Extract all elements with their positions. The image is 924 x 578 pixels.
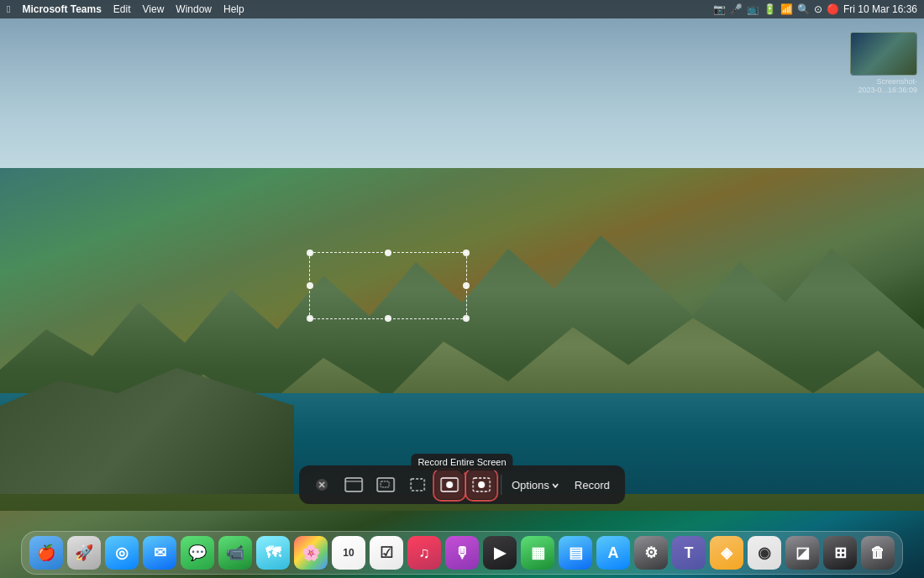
dock-icon-keynote: ▤ xyxy=(559,536,592,570)
dock-icon-facetime: 📹 xyxy=(218,536,252,570)
dock-item-finder[interactable]: 🍎 xyxy=(29,535,64,570)
dock-item-calendar[interactable]: 10 xyxy=(331,535,366,570)
dock-icon-calendar: 10 xyxy=(332,536,365,570)
handle-middle-left[interactable] xyxy=(307,282,313,289)
dock-icon-messages: 💬 xyxy=(181,536,214,570)
window-menu[interactable]: Window xyxy=(176,3,212,15)
mic-icon[interactable]: 🎤 xyxy=(730,3,743,15)
record-selection-icon xyxy=(472,476,491,493)
help-menu[interactable]: Help xyxy=(223,3,244,15)
dock-icon-photos: 🌸 xyxy=(294,536,328,570)
record-selection-button[interactable] xyxy=(467,470,496,499)
record-button[interactable]: Record xyxy=(568,476,617,495)
dock: 🍎🚀◎✉💬📹🗺🌸10☑♫🎙▶▦▤A⚙T◈◉◪⊞🗑 xyxy=(21,531,903,575)
svg-point-11 xyxy=(478,481,485,488)
chevron-down-icon xyxy=(551,481,559,490)
handle-bottom-right[interactable] xyxy=(463,315,470,322)
dock-icon-safari: ◎ xyxy=(105,536,139,570)
dock-item-appstore[interactable]: A xyxy=(596,535,631,570)
menu-bar-left:  Microsoft Teams Edit View Window Help xyxy=(7,3,244,15)
dock-icon-chrome: ◉ xyxy=(748,536,781,570)
wifi-icon[interactable]: 📶 xyxy=(780,3,793,15)
control-center-icon[interactable]: ⊙ xyxy=(814,3,822,15)
handle-top-center[interactable] xyxy=(385,250,391,256)
dock-item-keynote[interactable]: ▤ xyxy=(558,535,593,570)
dock-item-teams[interactable]: T xyxy=(671,535,706,570)
svg-rect-7 xyxy=(411,479,424,491)
capture-selection-icon xyxy=(409,477,426,492)
screenshot-label: Screenshot-2023-0...16:36:09 xyxy=(858,77,917,94)
dock-item-settings[interactable]: ⚙ xyxy=(633,535,669,570)
dock-item-messages[interactable]: 💬 xyxy=(180,535,215,570)
datetime: Fri 10 Mar 16:36 xyxy=(843,3,917,15)
dock-item-sketch[interactable]: ◈ xyxy=(709,535,744,570)
capture-entire-window-button[interactable] xyxy=(339,470,368,499)
dock-icon-music: ♫ xyxy=(407,536,441,570)
capture-portion-icon xyxy=(376,477,395,492)
dock-icon-finder: 🍎 xyxy=(29,536,63,570)
dock-icon-teams: T xyxy=(672,536,706,570)
record-entire-screen-icon xyxy=(440,476,459,493)
app-menu[interactable]: Microsoft Teams xyxy=(22,3,101,15)
dock-item-safari[interactable]: ◎ xyxy=(104,535,139,570)
handle-bottom-left[interactable] xyxy=(307,315,313,322)
svg-rect-5 xyxy=(377,478,394,491)
selection-rectangle[interactable] xyxy=(309,252,467,319)
dock-item-podcasts[interactable]: 🎙 xyxy=(444,535,480,570)
svg-point-9 xyxy=(446,481,453,488)
dock-item-grid[interactable]: ⊞ xyxy=(822,535,858,570)
handle-top-left[interactable] xyxy=(307,250,313,256)
dock-item-music[interactable]: ♫ xyxy=(407,535,442,570)
dock-item-numbers[interactable]: ▦ xyxy=(520,535,555,570)
dock-icon-appletv: ▶ xyxy=(483,536,517,570)
handle-middle-right[interactable] xyxy=(463,282,470,289)
dock-item-maps[interactable]: 🗺 xyxy=(255,535,291,570)
display-icon[interactable]: 📺 xyxy=(747,3,759,15)
status-icons: 📷 🎤 📺 🔋 📶 🔍 ⊙ 🔴 Fri 10 Mar 16:36 xyxy=(713,3,917,15)
options-button[interactable]: Options xyxy=(507,476,564,495)
menu-bar-right: 📷 🎤 📺 🔋 📶 🔍 ⊙ 🔴 Fri 10 Mar 16:36 xyxy=(713,3,917,15)
dock-icon-podcasts: 🎙 xyxy=(445,536,479,570)
svg-rect-3 xyxy=(345,478,362,491)
dock-icon-finder2: ◪ xyxy=(785,536,819,570)
dock-item-mail[interactable]: ✉ xyxy=(142,535,177,570)
menu-bar:  Microsoft Teams Edit View Window Help … xyxy=(0,0,924,18)
dock-icon-numbers: ▦ xyxy=(521,536,554,570)
dock-item-facetime[interactable]: 📹 xyxy=(218,535,253,570)
dock-icon-sketch: ◈ xyxy=(710,536,743,570)
toolbar-divider xyxy=(501,475,501,495)
dock-icon-launchpad: 🚀 xyxy=(67,536,101,570)
view-menu[interactable]: View xyxy=(143,3,165,15)
dock-icon-appstore: A xyxy=(596,536,630,570)
capture-selection-button[interactable] xyxy=(403,470,432,499)
options-label: Options xyxy=(512,479,549,491)
screenshot-thumbnail xyxy=(850,32,917,76)
dock-icon-maps: 🗺 xyxy=(256,536,290,570)
dock-item-finder2[interactable]: ◪ xyxy=(785,535,820,570)
dock-icon-mail: ✉ xyxy=(143,536,176,570)
search-icon[interactable]: 🔍 xyxy=(797,3,810,15)
dock-icon-trash: 🗑 xyxy=(861,536,895,570)
dock-item-launchpad[interactable]: 🚀 xyxy=(66,535,102,570)
edit-menu[interactable]: Edit xyxy=(113,3,131,15)
handle-top-right[interactable] xyxy=(463,250,470,256)
dock-icon-reminders: ☑ xyxy=(370,536,403,570)
siri-icon[interactable]: 🔴 xyxy=(827,3,839,15)
video-icon[interactable]: 📷 xyxy=(713,3,726,15)
close-icon xyxy=(315,478,328,491)
handle-bottom-center[interactable] xyxy=(385,315,391,322)
dock-icon-settings: ⚙ xyxy=(634,536,668,570)
sky-layer xyxy=(0,0,924,168)
apple-menu[interactable]:  xyxy=(7,3,10,15)
dock-item-trash[interactable]: 🗑 xyxy=(860,535,895,570)
battery-icon[interactable]: 🔋 xyxy=(764,3,776,15)
dock-item-reminders[interactable]: ☑ xyxy=(369,535,404,570)
dock-item-chrome[interactable]: ◉ xyxy=(747,535,782,570)
dock-item-appletv[interactable]: ▶ xyxy=(482,535,517,570)
svg-rect-6 xyxy=(381,481,389,487)
close-button[interactable] xyxy=(307,470,336,499)
toolbar-tooltip: Record Entire Screen xyxy=(411,454,512,470)
dock-item-photos[interactable]: 🌸 xyxy=(293,535,328,570)
capture-window-portion-button[interactable] xyxy=(371,470,400,499)
dock-icon-grid: ⊞ xyxy=(823,536,857,570)
